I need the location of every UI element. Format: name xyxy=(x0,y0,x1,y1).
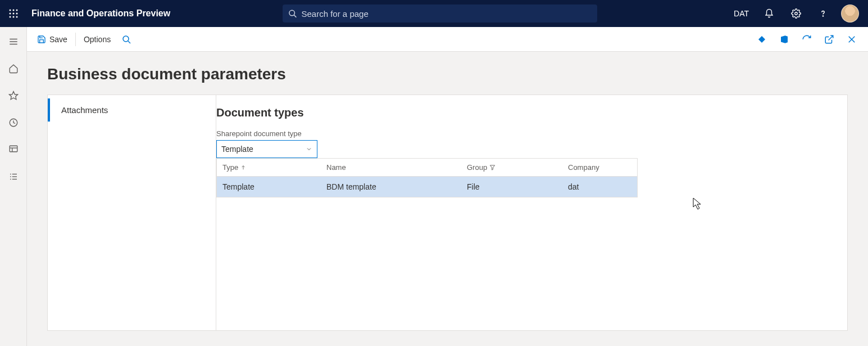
svg-point-2 xyxy=(16,10,18,11)
save-icon xyxy=(37,35,46,44)
topbar: Finance and Operations Preview DAT xyxy=(0,0,868,27)
settings-icon[interactable] xyxy=(785,0,807,27)
svg-point-5 xyxy=(16,13,18,15)
grid-header: Type Name Group Company xyxy=(217,159,637,177)
table-row[interactable]: Template BDM template File dat xyxy=(217,177,637,197)
svg-point-12 xyxy=(822,16,823,16)
svg-marker-34 xyxy=(490,165,495,170)
col-header-company[interactable]: Company xyxy=(562,159,637,176)
app-launcher-icon[interactable] xyxy=(0,0,27,27)
company-picker[interactable]: DAT xyxy=(729,9,753,18)
svg-point-8 xyxy=(16,16,18,18)
svg-point-6 xyxy=(10,16,11,18)
svg-point-11 xyxy=(795,12,798,15)
search-input[interactable] xyxy=(302,9,592,19)
cell-name: BDM template xyxy=(321,177,461,197)
svg-line-10 xyxy=(294,15,297,17)
personalize-icon[interactable] xyxy=(751,27,772,52)
tab-attachments[interactable]: Attachments xyxy=(48,95,216,125)
favorites-icon[interactable] xyxy=(0,84,27,107)
card-tabs: Attachments xyxy=(48,95,216,330)
search-icon xyxy=(122,35,131,44)
card-content: Document types Sharepoint document type … xyxy=(216,95,847,330)
svg-point-9 xyxy=(289,10,295,16)
notifications-icon[interactable] xyxy=(758,0,780,27)
global-search[interactable] xyxy=(283,5,597,23)
svg-point-27 xyxy=(123,36,129,42)
section-title: Document types xyxy=(216,106,847,119)
svg-rect-18 xyxy=(10,146,17,152)
svg-point-0 xyxy=(10,10,11,11)
field-label-sharepoint: Sharepoint document type xyxy=(216,129,847,138)
close-icon[interactable] xyxy=(841,27,862,52)
svg-point-7 xyxy=(13,16,15,18)
col-header-group[interactable]: Group xyxy=(461,159,562,176)
search-icon xyxy=(288,9,297,18)
separator xyxy=(75,33,76,46)
save-button[interactable]: Save xyxy=(31,27,73,51)
actionbar: Save Options xyxy=(0,27,868,52)
svg-line-28 xyxy=(128,41,130,43)
nav-expand-icon[interactable] xyxy=(0,30,27,53)
col-header-type[interactable]: Type xyxy=(217,159,321,176)
options-label: Options xyxy=(84,35,111,44)
refresh-icon[interactable] xyxy=(796,27,817,52)
app-title: Finance and Operations Preview xyxy=(31,8,170,19)
cell-company: dat xyxy=(562,177,637,197)
page-search-button[interactable] xyxy=(116,27,137,51)
cell-type: Template xyxy=(217,177,321,197)
office-icon[interactable] xyxy=(774,27,795,52)
page-title: Business document parameters xyxy=(47,65,848,83)
filter-icon xyxy=(489,164,496,170)
cell-group: File xyxy=(461,177,562,197)
sort-asc-icon xyxy=(240,165,246,170)
doctype-grid: Type Name Group Company Template xyxy=(216,158,638,197)
left-rail xyxy=(0,27,27,346)
avatar xyxy=(841,5,859,23)
svg-point-1 xyxy=(13,10,15,11)
recent-icon[interactable] xyxy=(0,111,27,134)
home-icon[interactable] xyxy=(0,57,27,80)
workspaces-icon[interactable] xyxy=(0,138,27,161)
svg-line-30 xyxy=(829,35,833,40)
dropdown-value: Template xyxy=(221,145,253,154)
options-button[interactable]: Options xyxy=(78,27,116,51)
col-header-name[interactable]: Name xyxy=(321,159,461,176)
svg-marker-29 xyxy=(758,36,765,43)
main-content: Business document parameters Attachments… xyxy=(27,52,868,346)
tab-label: Attachments xyxy=(61,105,108,115)
parameters-card: Attachments Document types Sharepoint do… xyxy=(47,95,848,331)
popout-icon[interactable] xyxy=(819,27,840,52)
save-label: Save xyxy=(49,35,67,44)
svg-marker-16 xyxy=(9,92,17,100)
modules-icon[interactable] xyxy=(0,165,27,188)
chevron-down-icon xyxy=(306,146,312,152)
svg-point-4 xyxy=(13,13,15,15)
sharepoint-doctype-dropdown[interactable]: Template xyxy=(216,140,317,158)
svg-point-3 xyxy=(10,13,11,15)
help-icon[interactable] xyxy=(812,0,834,27)
user-avatar[interactable] xyxy=(839,0,861,27)
